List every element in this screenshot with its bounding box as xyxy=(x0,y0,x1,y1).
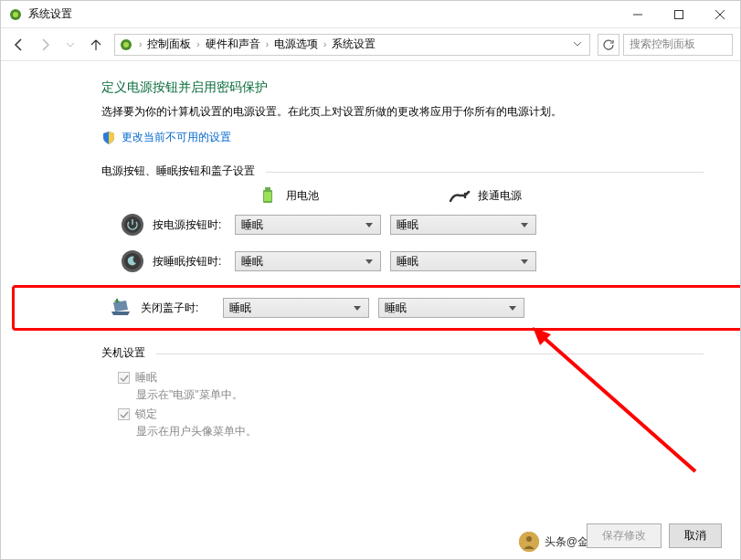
cancel-button[interactable]: 取消 xyxy=(669,523,722,548)
shield-icon xyxy=(101,131,116,145)
svg-point-7 xyxy=(123,42,129,48)
breadcrumb-item[interactable]: 电源选项 xyxy=(270,37,322,52)
recent-dropdown[interactable] xyxy=(59,34,81,56)
plug-icon xyxy=(449,186,471,205)
lock-checkbox-row: 锁定 显示在用户头像菜单中。 xyxy=(118,407,704,439)
power-button-row: 按电源按钮时: 睡眠 睡眠 xyxy=(101,212,704,238)
app-icon xyxy=(8,7,23,22)
breadcrumb-item[interactable]: 控制面板 xyxy=(143,37,195,52)
sleep-plugged-dropdown[interactable]: 睡眠 xyxy=(390,251,536,271)
search-input[interactable]: 搜索控制面板 xyxy=(623,34,733,56)
watermark-avatar-icon xyxy=(519,532,539,552)
svg-rect-9 xyxy=(265,187,270,190)
row-label: 按电源按钮时: xyxy=(153,217,235,233)
laptop-lid-icon xyxy=(108,295,133,321)
section-shutdown-label: 关机设置 xyxy=(101,345,704,361)
page-description: 选择要为你的计算机设置的电源设置。在此页上对设置所做的更改将应用于你所有的电源计… xyxy=(101,103,704,121)
checkbox-desc: 显示在用户头像菜单中。 xyxy=(136,424,704,439)
battery-column-header: 用电池 xyxy=(257,186,394,205)
lid-close-row: 关闭盖子时: 睡眠 睡眠 xyxy=(18,295,741,321)
row-label: 按睡眠按钮时: xyxy=(153,254,235,269)
save-button[interactable]: 保存修改 xyxy=(587,523,662,548)
change-settings-label: 更改当前不可用的设置 xyxy=(122,130,231,145)
maximize-button[interactable] xyxy=(658,1,699,27)
page-heading: 定义电源按钮并启用密码保护 xyxy=(101,79,704,96)
sleep-checkbox[interactable] xyxy=(118,372,130,384)
window-title: 系统设置 xyxy=(28,6,617,22)
checkbox-desc: 显示在"电源"菜单中。 xyxy=(136,387,704,403)
lid-battery-dropdown[interactable]: 睡眠 xyxy=(223,298,369,318)
lid-plugged-dropdown[interactable]: 睡眠 xyxy=(378,298,524,318)
up-button[interactable] xyxy=(85,34,107,56)
chevron-right-icon: › xyxy=(195,39,201,49)
row-label: 关闭盖子时: xyxy=(141,301,223,316)
control-panel-icon xyxy=(119,37,133,52)
sleep-icon xyxy=(120,248,145,274)
sleep-checkbox-row: 睡眠 显示在"电源"菜单中。 xyxy=(118,370,704,403)
close-button[interactable] xyxy=(699,1,740,27)
plugged-column-header: 接通电源 xyxy=(449,186,586,205)
svg-point-18 xyxy=(526,536,532,542)
change-settings-link[interactable]: 更改当前不可用的设置 xyxy=(101,130,704,145)
back-button[interactable] xyxy=(8,34,30,56)
forward-button[interactable] xyxy=(34,34,56,56)
lock-checkbox[interactable] xyxy=(118,408,130,420)
minimize-button[interactable] xyxy=(617,1,658,27)
refresh-button[interactable] xyxy=(598,34,619,56)
battery-icon xyxy=(257,186,279,205)
breadcrumb[interactable]: › 控制面板 › 硬件和声音 › 电源选项 › 系统设置 xyxy=(114,34,590,56)
checkbox-label: 睡眠 xyxy=(135,370,157,386)
breadcrumb-item[interactable]: 系统设置 xyxy=(328,37,379,52)
svg-point-1 xyxy=(13,12,18,17)
chevron-right-icon: › xyxy=(322,39,328,49)
sleep-battery-dropdown[interactable]: 睡眠 xyxy=(235,251,381,271)
highlight-annotation: 关闭盖子时: 睡眠 睡眠 xyxy=(12,285,741,331)
chevron-right-icon: › xyxy=(264,39,270,49)
power-icon xyxy=(120,212,145,238)
chevron-right-icon: › xyxy=(137,39,143,49)
checkbox-label: 锁定 xyxy=(135,407,157,422)
breadcrumb-item[interactable]: 硬件和声音 xyxy=(202,37,264,52)
breadcrumb-dropdown-icon[interactable] xyxy=(569,38,586,51)
power-battery-dropdown[interactable]: 睡眠 xyxy=(235,215,381,235)
section-buttons-label: 电源按钮、睡眠按钮和盖子设置 xyxy=(101,164,704,179)
svg-rect-10 xyxy=(264,192,271,201)
power-plugged-dropdown[interactable]: 睡眠 xyxy=(390,215,536,235)
svg-rect-3 xyxy=(674,10,683,18)
sleep-button-row: 按睡眠按钮时: 睡眠 睡眠 xyxy=(101,248,704,274)
